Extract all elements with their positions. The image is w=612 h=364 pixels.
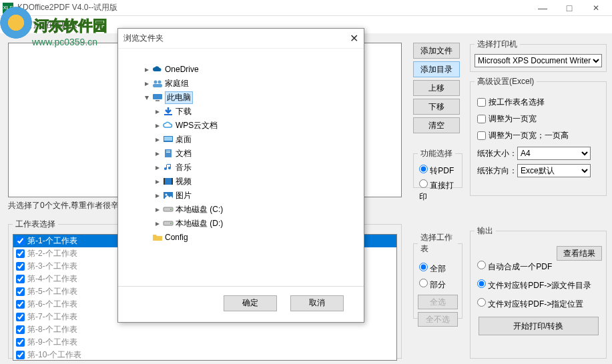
move-down-button[interactable]: 下移 — [413, 99, 460, 115]
radio-to-source[interactable]: 文件对应转PDF->源文件目录 — [477, 279, 599, 291]
tree-caret-icon[interactable]: ▸ — [153, 121, 162, 130]
svg-rect-8 — [165, 149, 172, 157]
maximize-button[interactable]: □ — [556, 0, 583, 16]
tree-item[interactable]: ▾此电脑 — [131, 91, 357, 104]
tree-caret-icon[interactable]: ▸ — [153, 205, 162, 214]
tree-caret-icon[interactable]: ▸ — [153, 191, 162, 200]
tree-item-label: 本地磁盘 (D:) — [176, 218, 223, 229]
dialog-cancel-button[interactable]: 取消 — [290, 295, 344, 311]
tree-item-label: 下载 — [176, 106, 192, 117]
sheet-item[interactable]: 第-8-个工作表 — [13, 323, 396, 336]
tree-caret-icon[interactable]: ▾ — [142, 93, 151, 102]
tree-caret-icon[interactable]: ▸ — [153, 219, 162, 228]
tree-item[interactable]: ▸本地磁盘 (D:) — [131, 217, 357, 230]
tree-caret-icon[interactable]: ▸ — [153, 149, 162, 158]
orientation-select[interactable]: Exce默认 — [517, 164, 591, 177]
folder-icon — [151, 233, 164, 242]
tree-item[interactable]: ▸下载 — [131, 105, 357, 118]
radio-auto-merge[interactable]: 自动合成一个PDF — [477, 261, 599, 273]
tree-item-label: 桌面 — [176, 134, 192, 145]
sheet-checkbox[interactable] — [16, 338, 25, 347]
tree-caret-icon[interactable]: ▸ — [142, 65, 151, 74]
titlebar: XLS KDOffice2PDF V4.0--试用版 — □ ✕ — [0, 0, 612, 16]
tree-item[interactable]: ▸视频 — [131, 175, 357, 188]
sheet-checkbox[interactable] — [16, 300, 25, 309]
sheet-checkbox[interactable] — [16, 249, 25, 258]
window-title: KDOffice2PDF V4.0--试用版 — [17, 2, 529, 13]
minimize-button[interactable]: — — [529, 0, 556, 16]
tree-item-label: 音乐 — [176, 162, 192, 173]
dialog-ok-button[interactable]: 确定 — [224, 295, 277, 311]
check-fit-page[interactable] — [477, 131, 486, 140]
add-dir-button[interactable]: 添加目录 — [413, 61, 460, 77]
start-button[interactable]: 开始打印/转换 — [479, 317, 599, 335]
tree-item-label: OneDrive — [165, 65, 199, 74]
sheet-label: 第-9-个工作表 — [27, 337, 77, 348]
svg-point-1 — [158, 81, 162, 84]
worksheets-legend: 工作表选择 — [13, 219, 58, 230]
sheet-checkbox[interactable] — [16, 275, 25, 283]
function-select-legend: 功能选择 — [418, 148, 455, 159]
radio-to-custom[interactable]: 文件对应转PDF->指定位置 — [477, 298, 599, 310]
tree-item-label: Config — [165, 233, 188, 242]
tree-item[interactable]: ▸本地磁盘 (C:) — [131, 203, 357, 216]
tree-caret-icon[interactable]: ▸ — [153, 135, 162, 144]
clear-button[interactable]: 清空 — [413, 117, 460, 133]
svg-point-17 — [170, 209, 172, 210]
add-file-button[interactable]: 添加文件 — [413, 43, 460, 59]
sheet-checkbox[interactable] — [16, 313, 25, 321]
paper-size-select[interactable]: A4 — [517, 147, 591, 160]
tree-item[interactable]: ▸音乐 — [131, 161, 357, 174]
sheet-checkbox[interactable] — [16, 237, 25, 245]
check-fit-width[interactable] — [477, 115, 486, 123]
radio-part-sheets[interactable]: 部分 — [419, 279, 456, 291]
radio-convert-pdf[interactable]: 转PDF — [419, 165, 456, 177]
tree-item-label: 本地磁盘 (C:) — [176, 204, 223, 215]
svg-rect-10 — [166, 152, 170, 153]
svg-rect-5 — [164, 114, 172, 115]
sheet-checkbox[interactable] — [16, 287, 25, 296]
view-result-button[interactable]: 查看结果 — [557, 246, 602, 261]
doc-icon — [162, 149, 174, 158]
tree-caret-icon[interactable]: ▸ — [153, 107, 162, 116]
tree-item[interactable]: Config — [131, 231, 357, 244]
sheet-checkbox[interactable] — [16, 262, 25, 271]
close-button[interactable]: ✕ — [583, 0, 609, 16]
tree-item-label: 视频 — [176, 176, 192, 187]
folder-tree[interactable]: ▸OneDrive▸家庭组▾此电脑▸下载▸WPS云文档▸桌面▸文档▸音乐▸视频▸… — [118, 49, 364, 286]
radio-all-sheets[interactable]: 全部 — [419, 263, 456, 275]
sheet-item[interactable]: 第-10-个工作表 — [13, 349, 396, 361]
select-all-button[interactable]: 全选 — [418, 295, 458, 309]
menu-contact[interactable]: 联系我们 — [4, 19, 36, 31]
printer-legend: 选择打印机 — [475, 39, 520, 50]
function-select-group: 功能选择 转PDF 直接打印 — [413, 148, 463, 188]
printer-select[interactable]: Microsoft XPS Document Writer — [475, 54, 602, 67]
sheet-checkbox[interactable] — [16, 325, 25, 334]
tree-caret-icon[interactable]: ▸ — [153, 163, 162, 172]
tree-caret-icon[interactable]: ▸ — [153, 177, 162, 186]
printer-group: 选择打印机 Microsoft XPS Document Writer — [470, 39, 607, 72]
svg-point-0 — [154, 81, 158, 84]
tree-item[interactable]: ▸OneDrive — [131, 63, 357, 76]
music-icon — [162, 163, 174, 172]
select-none-button[interactable]: 全不选 — [418, 312, 458, 327]
sheet-checkbox[interactable] — [16, 351, 25, 359]
menu-buy[interactable]: 在线购买 — [45, 19, 77, 31]
tree-item[interactable]: ▸桌面 — [131, 133, 357, 146]
sheet-item[interactable]: 第-9-个工作表 — [13, 336, 396, 349]
tree-caret-icon[interactable]: ▸ — [142, 79, 151, 88]
move-up-button[interactable]: 上移 — [413, 80, 460, 96]
tree-item-label: 此电脑 — [165, 91, 193, 104]
tree-item-label: WPS云文档 — [176, 120, 218, 131]
dialog-close-button[interactable]: ✕ — [241, 32, 358, 45]
tree-item-label: 家庭组 — [165, 78, 189, 89]
check-by-sheet-name[interactable] — [477, 98, 486, 107]
tree-item[interactable]: ▸图片 — [131, 189, 357, 202]
radio-direct-print[interactable]: 直接打印 — [419, 179, 456, 203]
browse-folder-dialog: 浏览文件夹 ✕ ▸OneDrive▸家庭组▾此电脑▸下载▸WPS云文档▸桌面▸文… — [117, 28, 364, 323]
svg-point-19 — [170, 223, 172, 224]
tree-item[interactable]: ▸WPS云文档 — [131, 119, 357, 132]
tree-item[interactable]: ▸家庭组 — [131, 77, 357, 90]
output-legend: 输出 — [475, 225, 496, 237]
tree-item[interactable]: ▸文档 — [131, 147, 357, 160]
